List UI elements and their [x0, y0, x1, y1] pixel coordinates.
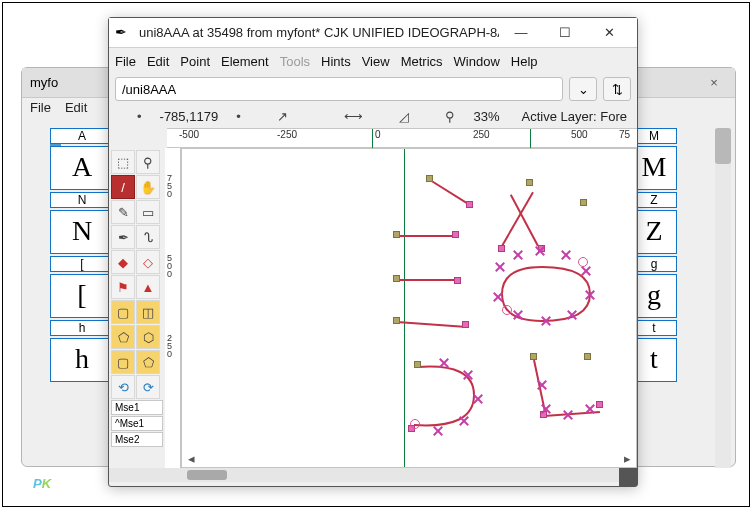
cell-header[interactable]: N	[50, 192, 114, 208]
point-x[interactable]	[560, 249, 572, 261]
point-x[interactable]	[462, 369, 474, 381]
point[interactable]	[393, 231, 400, 238]
horizontal-scrollbar[interactable]	[109, 468, 637, 482]
point-x[interactable]	[472, 393, 484, 405]
control-ring[interactable]	[502, 305, 512, 315]
titlebar[interactable]: ✒ uni8AAA at 35498 from myfont* CJK UNIF…	[109, 18, 637, 48]
corner-tool[interactable]: ◆	[111, 250, 135, 274]
handle[interactable]	[596, 401, 603, 408]
scroll-left-icon[interactable]: ◂	[184, 451, 198, 465]
point-x[interactable]	[536, 379, 548, 391]
handle[interactable]	[454, 277, 461, 284]
horizontal-ruler[interactable]: -500 -250 0 250 500 75	[167, 128, 637, 148]
bg-menu-file[interactable]: File	[30, 100, 51, 120]
scroll-thumb[interactable]	[187, 470, 227, 480]
vertical-scrollbar[interactable]	[715, 128, 731, 468]
cell-header[interactable]: [	[50, 256, 114, 272]
stroke[interactable]	[429, 179, 467, 204]
menu-view[interactable]: View	[362, 54, 390, 69]
point[interactable]	[584, 353, 591, 360]
point[interactable]	[393, 275, 400, 282]
cell-glyph[interactable]: h	[50, 338, 114, 382]
pen-tool[interactable]: ✎	[111, 200, 135, 224]
scroll-right-icon[interactable]: ▸	[620, 451, 634, 465]
handle[interactable]	[452, 231, 459, 238]
hand-tool[interactable]: ✋	[136, 175, 160, 199]
resize-grip[interactable]	[619, 468, 637, 486]
vertical-ruler[interactable]: 7 5 0 5 0 0 2 5 0	[165, 148, 181, 468]
point-x[interactable]	[512, 249, 524, 261]
point[interactable]	[393, 317, 400, 324]
point[interactable]	[526, 179, 533, 186]
control-ring[interactable]	[410, 419, 420, 429]
glyph-name-field[interactable]: /uni8AAA	[115, 77, 563, 101]
rect-tool[interactable]: ▭	[136, 200, 160, 224]
active-layer[interactable]: Active Layer: Fore	[522, 109, 628, 124]
point-x[interactable]	[492, 291, 504, 303]
cw-tool[interactable]: ⟳	[136, 375, 160, 399]
control-ring[interactable]	[578, 257, 588, 267]
menu-point[interactable]: Point	[180, 54, 210, 69]
draw-tool[interactable]: /	[111, 175, 135, 199]
stroke[interactable]	[397, 279, 459, 281]
point-x[interactable]	[432, 425, 444, 437]
glyph-dropdown[interactable]: ⌄	[569, 77, 597, 101]
scale-tool[interactable]: ▢	[111, 300, 135, 324]
menu-file[interactable]: File	[115, 54, 136, 69]
poly-tool[interactable]: ⬠	[136, 350, 160, 374]
stroke[interactable]	[397, 321, 467, 328]
point-x[interactable]	[534, 245, 546, 257]
cell-glyph[interactable]: N	[50, 210, 114, 254]
menu-help[interactable]: Help	[511, 54, 538, 69]
curve-tool[interactable]: ▲	[136, 275, 160, 299]
spiro-tool[interactable]: ᔐ	[136, 225, 160, 249]
pointer-tool[interactable]: ⬚	[111, 150, 135, 174]
point-x[interactable]	[494, 261, 506, 273]
menu-window[interactable]: Window	[454, 54, 500, 69]
cell-glyph[interactable]: [	[50, 274, 114, 318]
menu-metrics[interactable]: Metrics	[401, 54, 443, 69]
cell-header[interactable]: A	[50, 128, 114, 144]
close-button[interactable]: ✕	[587, 19, 631, 47]
zoom-tool[interactable]: ⚲	[136, 150, 160, 174]
point-x[interactable]	[584, 403, 596, 415]
nib-tool[interactable]: ✒	[111, 225, 135, 249]
stroke[interactable]	[501, 192, 534, 247]
handle[interactable]	[466, 201, 473, 208]
point-x[interactable]	[540, 315, 552, 327]
point-x[interactable]	[540, 403, 552, 415]
glyph-updown[interactable]: ⇅	[603, 77, 631, 101]
point-x[interactable]	[566, 309, 578, 321]
flag-tool[interactable]: ⚑	[111, 275, 135, 299]
maximize-button[interactable]: ☐	[543, 19, 587, 47]
tick: 250	[473, 129, 490, 140]
mouse-readout-1: Mse1	[111, 400, 163, 415]
point[interactable]	[580, 199, 587, 206]
stroke[interactable]	[397, 235, 457, 237]
handle[interactable]	[462, 321, 469, 328]
menu-hints[interactable]: Hints	[321, 54, 351, 69]
point-x[interactable]	[584, 289, 596, 301]
point[interactable]	[426, 175, 433, 182]
close-icon[interactable]: ×	[701, 70, 727, 96]
point-x[interactable]	[438, 357, 450, 369]
rect3d-tool[interactable]: ▢	[111, 350, 135, 374]
cell-header[interactable]: h	[50, 320, 114, 336]
ccw-tool[interactable]: ⟲	[111, 375, 135, 399]
skew-tool[interactable]: ⬠	[111, 325, 135, 349]
menu-element[interactable]: Element	[221, 54, 269, 69]
glyph-canvas[interactable]: ◂ ▸	[181, 148, 637, 468]
point-x[interactable]	[458, 415, 470, 427]
point[interactable]	[414, 361, 421, 368]
point[interactable]	[530, 353, 537, 360]
bg-menu-edit[interactable]: Edit	[65, 100, 87, 120]
menu-edit[interactable]: Edit	[147, 54, 169, 69]
flip-tool[interactable]: ◫	[136, 300, 160, 324]
point-x[interactable]	[512, 309, 524, 321]
rotate-tool[interactable]: ⬡	[136, 325, 160, 349]
cell-glyph[interactable]: A	[50, 146, 114, 190]
point-x[interactable]	[562, 409, 574, 421]
minimize-button[interactable]: —	[499, 19, 543, 47]
tangent-tool[interactable]: ◇	[136, 250, 160, 274]
handle[interactable]	[498, 245, 505, 252]
